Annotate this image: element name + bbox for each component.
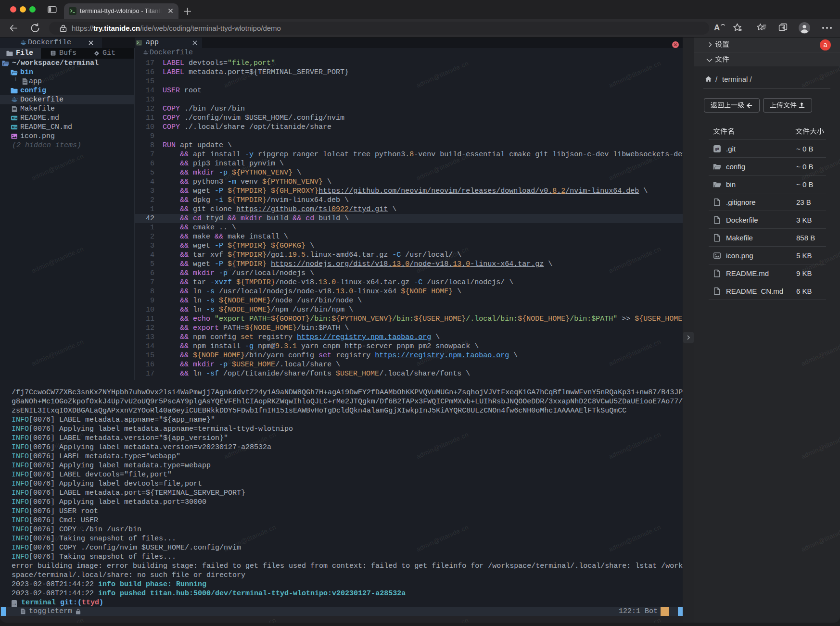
svg-text:A: A [714, 23, 720, 32]
